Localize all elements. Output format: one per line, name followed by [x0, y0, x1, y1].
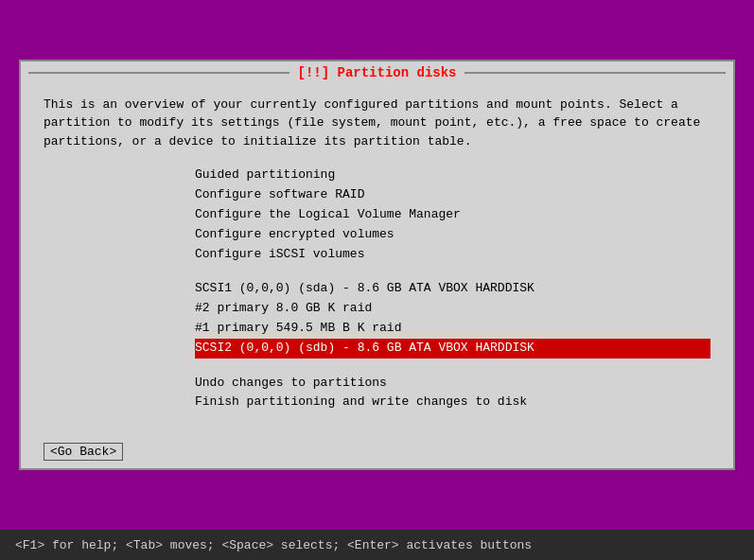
- menu-item[interactable]: Configure the Logical Volume Manager: [195, 205, 710, 225]
- title-bar-line-right: [465, 72, 726, 74]
- disk-item[interactable]: #2 primary 8.0 GB K raid: [195, 299, 710, 319]
- disk-item[interactable]: SCSI1 (0,0,0) (sda) - 8.6 GB ATA VBOX HA…: [195, 279, 710, 299]
- menu-items: Guided partitioningConfigure software RA…: [195, 166, 710, 264]
- action-item[interactable]: Finish partitioning and write changes to…: [195, 393, 710, 412]
- title-text: [!!] Partition disks: [297, 65, 456, 80]
- main-area: [!!] Partition disks This is an overview…: [0, 0, 754, 530]
- disk-section: SCSI1 (0,0,0) (sda) - 8.6 GB ATA VBOX HA…: [195, 279, 710, 358]
- menu-item[interactable]: Configure encrypted volumes: [195, 225, 710, 245]
- disk-item[interactable]: #1 primary 549.5 MB B K raid: [195, 319, 710, 339]
- menu-item[interactable]: Configure iSCSI volumes: [195, 245, 710, 265]
- title-bar: [!!] Partition disks: [21, 61, 733, 84]
- status-text: <F1> for help; <Tab> moves; <Space> sele…: [15, 538, 532, 552]
- dialog-box: [!!] Partition disks This is an overview…: [19, 60, 735, 470]
- dialog-content: This is an overview of your currently co…: [21, 84, 733, 443]
- menu-item[interactable]: Configure software RAID: [195, 185, 710, 205]
- status-bar: <F1> for help; <Tab> moves; <Space> sele…: [0, 530, 754, 560]
- disk-item[interactable]: SCSI2 (0,0,0) (sdb) - 8.6 GB ATA VBOX HA…: [195, 339, 710, 359]
- menu-item[interactable]: Guided partitioning: [195, 166, 710, 185]
- title-bar-line-left: [28, 72, 289, 74]
- go-back-button[interactable]: <Go Back>: [44, 443, 123, 461]
- action-item[interactable]: Undo changes to partitions: [195, 374, 710, 394]
- description: This is an overview of your currently co…: [44, 96, 710, 151]
- go-back-section: <Go Back>: [21, 443, 733, 461]
- action-items: Undo changes to partitionsFinish partiti…: [195, 374, 710, 413]
